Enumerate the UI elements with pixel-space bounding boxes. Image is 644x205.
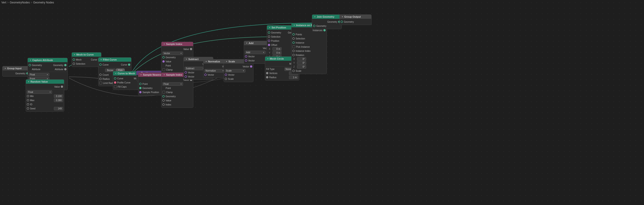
socket-scale-v[interactable]	[225, 74, 227, 76]
socket-fc-curve-in[interactable]	[99, 64, 102, 66]
rv-type-dropdown[interactable]: Float	[27, 90, 52, 94]
iop-pickinst-chk[interactable]	[292, 46, 295, 48]
si2-dom-row: Point	[162, 86, 193, 90]
socket-iop-scale[interactable]	[292, 70, 295, 72]
socket-rv-value-out[interactable]	[61, 86, 63, 88]
socket-rv-id[interactable]	[27, 103, 29, 106]
socket-ca-geometry-out[interactable]	[64, 64, 66, 66]
scale-vector-row: Vector	[224, 64, 253, 68]
ca-type-dropdown[interactable]: Float	[29, 73, 49, 76]
socket-ca-geometry-in[interactable]	[29, 64, 31, 66]
socket-jg-geo-in[interactable]	[313, 25, 315, 27]
socket-si1-geo[interactable]	[162, 56, 165, 58]
socket-ca-attribute-out[interactable]	[64, 68, 66, 70]
scale-type-dropdown[interactable]: Scale	[225, 69, 246, 72]
socket-si1-value-out[interactable]	[190, 48, 192, 50]
socket-norm-v[interactable]	[204, 74, 207, 76]
node-curve-to-mesh-title: Curve to Mesh	[118, 72, 135, 75]
iop-sel-row: Selection	[292, 36, 326, 40]
norm-type-dropdown[interactable]: Normalize	[204, 69, 225, 72]
socket-mtc-sel[interactable]	[73, 62, 75, 65]
node-instance-on-points[interactable]: ▼ Instance on Points Instances Points Se…	[291, 23, 327, 74]
node-editor-canvas[interactable]: Radius ▼ Group Input Geometry ▼ Capture …	[0, 0, 644, 205]
node-random-value[interactable]: ▼ Random Value Value Float Min 0.100 Max…	[26, 79, 64, 112]
rv-max-row: Max 0.380	[26, 98, 64, 102]
socket-iop-points[interactable]	[292, 33, 295, 36]
si1-type-dropdown[interactable]: Vector	[162, 52, 183, 55]
socket-rv-max[interactable]	[27, 99, 29, 101]
node-group-output[interactable]: ▼ Group Output Geometry	[340, 14, 372, 25]
rv-min-row: Min 0.100	[26, 94, 64, 98]
node-group-input[interactable]: ▼ Group Input Geometry	[2, 66, 30, 76]
node-group-input-header: ▼ Group Input	[2, 66, 30, 70]
node-normalize-title: Normalize	[208, 60, 220, 63]
socket-mtc-mesh-in[interactable]	[73, 58, 75, 61]
node-join-geometry-title: Join Geometry	[317, 15, 334, 18]
socket-si1-val[interactable]	[162, 60, 165, 62]
rv-max-value[interactable]: 0.380	[54, 98, 63, 102]
socket-rv-seed[interactable]	[27, 107, 29, 110]
node-sample-index-2-body: Value Float Point Clamp Geometry Value	[162, 77, 193, 108]
breadcrumb-sep1: >	[7, 1, 9, 4]
node-join-geometry[interactable]: ▼ Join Geometry Geometry Geometry	[312, 14, 342, 29]
socket-scale-s[interactable]	[225, 78, 227, 80]
si2-clamp-chk[interactable]	[162, 91, 165, 94]
socket-si2-index[interactable]	[162, 104, 165, 106]
socket-iop-sel[interactable]	[292, 38, 295, 40]
si1-type-row: Vector	[162, 51, 193, 55]
node-instance-on-points-body: Instances Points Selection Instance Pick…	[292, 27, 326, 74]
node-random-value-title: Random Value	[30, 80, 48, 83]
node-set-position-title: Set Position	[272, 26, 286, 29]
si2-index-row: Index	[162, 102, 193, 107]
socket-fc-count[interactable]	[99, 74, 102, 76]
socket-go-geo-in[interactable]	[340, 21, 343, 23]
socket-fc-curve-out[interactable]	[128, 64, 130, 66]
socket-sp-pos[interactable]	[268, 40, 270, 42]
node-join-geometry-header: ▼ Join Geometry	[312, 15, 342, 19]
socket-fc-radius[interactable]	[99, 78, 102, 80]
node-mesh-to-curve[interactable]: ▼ Mesh to Curve Mesh Curve Selection	[72, 52, 101, 67]
socket-sn-geo-in[interactable]	[139, 83, 142, 85]
node-sample-index-2-title: Sample Index	[166, 74, 182, 76]
si1-clamp-chk[interactable]	[162, 68, 165, 71]
socket-iop-instances-out[interactable]	[324, 29, 326, 32]
rv-type-row: Float	[26, 90, 64, 94]
mc-radius-value[interactable]: 1 m	[289, 76, 298, 79]
socket-scale-vector-out[interactable]	[250, 65, 252, 68]
node-mesh-to-curve-title: Mesh to Curve	[76, 53, 94, 56]
socket-rv-min[interactable]	[27, 95, 29, 97]
socket-sn-samplepos-in[interactable]	[139, 91, 142, 93]
rv-min-value[interactable]: 0.100	[54, 94, 63, 98]
socket-iop-instidx[interactable]	[292, 50, 295, 52]
sub-type-dropdown[interactable]: Subtract	[184, 67, 205, 70]
go-geo-row: Geometry	[340, 20, 371, 24]
socket-mc-vertices[interactable]	[266, 72, 268, 74]
socket-mc-radius[interactable]	[266, 76, 268, 78]
ctm-fillcaps-chk[interactable]	[114, 85, 117, 88]
node-group-input-geometry-row: Geometry	[2, 71, 30, 76]
socket-sn-geo2-in[interactable]	[139, 87, 142, 89]
ca-type-row: Float	[28, 72, 68, 76]
socket-si2-val[interactable]	[162, 99, 165, 102]
socket-sp-offset[interactable]	[268, 44, 270, 46]
si2-type-dropdown[interactable]: Float	[162, 82, 183, 86]
socket-sp-sel[interactable]	[268, 36, 270, 38]
socket-ctm-profile[interactable]	[114, 82, 116, 84]
rv-seed-value[interactable]: 149	[54, 107, 63, 110]
socket-sp-geo-in[interactable]	[268, 32, 270, 34]
node-scale-body: Vector Scale Vector Scale	[224, 64, 253, 82]
socket-sub-v1[interactable]	[184, 71, 187, 74]
socket-add-v2[interactable]	[245, 60, 247, 62]
mc-radius-row: Radius 1 m	[265, 75, 299, 79]
socket-sub-v2[interactable]	[184, 76, 187, 78]
socket-iop-instance[interactable]	[292, 42, 295, 44]
rv-id-row: ID	[26, 102, 64, 106]
fc-limitradius-chk[interactable]	[99, 82, 102, 84]
socket-iop-rotation[interactable]	[292, 54, 295, 56]
jg-geoin-row: Geometry	[312, 24, 342, 28]
socket-si2-geo[interactable]	[162, 95, 165, 98]
scale-v-row: Vector	[224, 73, 253, 77]
socket-ctm-curve-in[interactable]	[114, 77, 116, 80]
add-type-dropdown[interactable]: Add	[245, 51, 266, 54]
socket-add-v1[interactable]	[245, 55, 247, 58]
